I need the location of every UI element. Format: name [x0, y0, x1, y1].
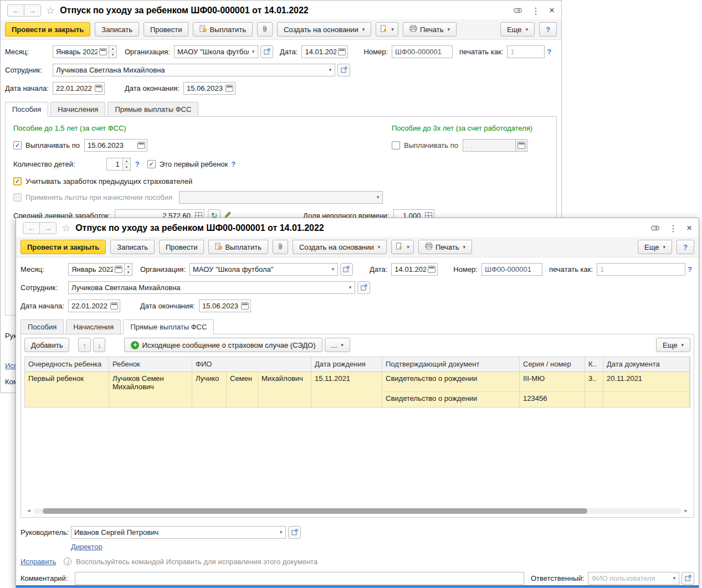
horizontal-scrollbar[interactable]: ◄ ►	[27, 508, 688, 514]
responsible-field[interactable]: ФИО пользователя▾	[588, 572, 679, 585]
post-button[interactable]: Провести	[144, 22, 189, 37]
close-icon[interactable]: ×	[686, 223, 692, 234]
help-button[interactable]: ?	[539, 22, 557, 37]
save-button[interactable]: Записать	[110, 240, 155, 254]
close-icon[interactable]: ×	[549, 5, 555, 16]
kebab-menu-icon[interactable]: ⋮	[531, 6, 540, 16]
scroll-right-icon[interactable]: ►	[684, 509, 688, 513]
help-icon[interactable]: ?	[231, 160, 235, 168]
calendar-icon[interactable]	[428, 266, 435, 273]
organization-field[interactable]: МАОУ "Школа футбола"▾	[189, 263, 338, 276]
attachments-button[interactable]	[273, 240, 288, 254]
add-row-button[interactable]: Добавить	[24, 338, 69, 352]
calendar-icon[interactable]	[241, 302, 249, 310]
chevron-down-icon[interactable]: ▾	[346, 282, 355, 293]
table-cell-child[interactable]: Лучиков Семен Михайлович	[109, 372, 192, 408]
table-cell-doc1-k[interactable]: 3..	[585, 372, 603, 392]
chevron-down-icon[interactable]: ▾	[329, 264, 337, 275]
pay-button[interactable]: Выплатить	[208, 240, 268, 254]
organization-field[interactable]: МАОУ "Школа футбола"▾	[174, 45, 258, 58]
tab-accruals[interactable]: Начисления	[50, 102, 105, 116]
first-child-checkbox[interactable]: ✓	[147, 160, 156, 168]
table-cell-doc2-series[interactable]: 123456	[520, 392, 585, 408]
open-responsible-button[interactable]	[681, 572, 694, 585]
move-down-button[interactable]: ↓	[93, 338, 106, 352]
favorite-star-icon[interactable]: ☆	[62, 223, 70, 233]
prev-insurers-checkbox[interactable]: ✓	[13, 177, 22, 185]
create-based-on-button[interactable]: Создать на основании▾	[293, 240, 387, 254]
list-more-button[interactable]: Еще▾	[656, 338, 690, 352]
chevron-down-icon[interactable]: ▾	[276, 527, 285, 538]
save-button[interactable]: Записать	[95, 22, 139, 37]
manager-position-link[interactable]: Директор	[71, 543, 103, 551]
help-button[interactable]: ?	[677, 240, 694, 254]
tab-accruals[interactable]: Начисления	[66, 319, 121, 334]
more-button[interactable]: Еще▾	[638, 240, 672, 254]
table-cell-doc1-date[interactable]: 20.11.2021	[603, 372, 690, 392]
sedo-message-button[interactable]: +Исходящее сообщение о страховом случае …	[124, 338, 322, 352]
tab-benefits[interactable]: Пособия	[21, 319, 64, 334]
calendar-icon[interactable]	[338, 48, 346, 55]
favorite-star-icon[interactable]: ☆	[46, 6, 55, 16]
privileges-field[interactable]: ▾	[179, 191, 383, 204]
number-field[interactable]: ШФ00-000001	[392, 45, 453, 58]
table-cell-first-name[interactable]: Семен	[227, 372, 258, 408]
column-header[interactable]: Очередность ребенка	[25, 357, 109, 372]
table-cell-last-name[interactable]: Лучико	[192, 372, 227, 408]
privileges-checkbox[interactable]	[13, 193, 22, 202]
calendar-icon[interactable]	[95, 85, 103, 92]
manager-field[interactable]: Иванов Сергей Петрович▾	[71, 526, 286, 539]
pay-until-employer-field[interactable]: . .	[463, 139, 516, 152]
more-actions-button[interactable]: ...▾	[325, 338, 350, 352]
comment-field[interactable]	[75, 572, 524, 585]
chevron-down-icon[interactable]: ▾	[249, 46, 258, 58]
table-cell-middle-name[interactable]: Михайлович	[258, 372, 311, 408]
scroll-left-icon[interactable]: ◄	[27, 509, 31, 513]
table-cell-birth-date[interactable]: 15.11.2021	[311, 372, 382, 408]
open-organization-button[interactable]	[340, 263, 353, 276]
get-link-icon[interactable]	[650, 224, 660, 233]
table-cell-empty[interactable]	[585, 392, 603, 408]
chevron-down-icon[interactable]: ▾	[326, 64, 335, 76]
children-table[interactable]: Очередность ребенка Ребенок ФИО Дата рож…	[24, 357, 690, 408]
help-icon[interactable]: ?	[688, 265, 692, 274]
get-link-icon[interactable]	[513, 7, 522, 15]
date-field[interactable]: 14.01.2022	[391, 263, 438, 276]
back-icon[interactable]: ←	[23, 222, 40, 234]
month-spinner[interactable]: ▴▾	[109, 45, 117, 58]
create-document-button[interactable]: ▾	[376, 22, 398, 37]
print-button[interactable]: Печать▾	[403, 22, 457, 37]
calendar-icon[interactable]	[110, 302, 118, 310]
post-and-close-button[interactable]: Провести и закрыть	[21, 240, 106, 254]
print-as-field[interactable]: 1	[597, 263, 685, 276]
month-spinner[interactable]: ▴▾	[124, 263, 132, 276]
pay-until-employer-checkbox[interactable]	[392, 141, 400, 149]
table-cell-empty[interactable]	[603, 392, 690, 408]
calendar-icon[interactable]	[99, 48, 107, 55]
column-header[interactable]: Дата рождения	[311, 357, 382, 372]
month-field[interactable]: Январь 2022	[53, 45, 109, 58]
table-cell-order[interactable]: Первый ребенок	[25, 372, 109, 408]
column-header[interactable]: Дата документа	[603, 357, 690, 372]
kebab-menu-icon[interactable]: ⋮	[669, 223, 678, 234]
table-cell-doc2[interactable]: Свидетельство о рождении	[382, 392, 520, 408]
tab-fss-payments[interactable]: Прямые выплаты ФСС	[123, 319, 214, 334]
calendar-button[interactable]	[516, 139, 527, 152]
forward-icon[interactable]: →	[39, 222, 57, 234]
employee-field[interactable]: Лучикова Светлана Михайловна▾	[53, 64, 335, 76]
children-count-spinner[interactable]: ▴▾	[122, 158, 131, 171]
column-header[interactable]: Подтверждающий документ	[382, 357, 520, 372]
create-based-on-button[interactable]: Создать на основании▾	[277, 22, 371, 37]
pay-until-field[interactable]: 15.06.2023	[84, 139, 147, 152]
chevron-down-icon[interactable]: ▾	[670, 572, 679, 584]
help-icon[interactable]: ?	[547, 48, 551, 56]
forward-icon[interactable]: →	[24, 4, 41, 17]
help-icon[interactable]: ?	[135, 160, 140, 168]
start-date-field[interactable]: 22.01.2022	[53, 82, 105, 95]
table-cell-doc1[interactable]: Свидетельство о рождении	[382, 372, 520, 392]
column-header[interactable]: Ребенок	[109, 357, 192, 372]
table-cell-doc1-series[interactable]: III-МЮ	[520, 372, 585, 392]
post-button[interactable]: Провести	[159, 240, 204, 254]
pay-button[interactable]: Выплатить	[193, 22, 253, 37]
tab-fss-payments[interactable]: Прямые выплаты ФСС	[107, 102, 198, 116]
